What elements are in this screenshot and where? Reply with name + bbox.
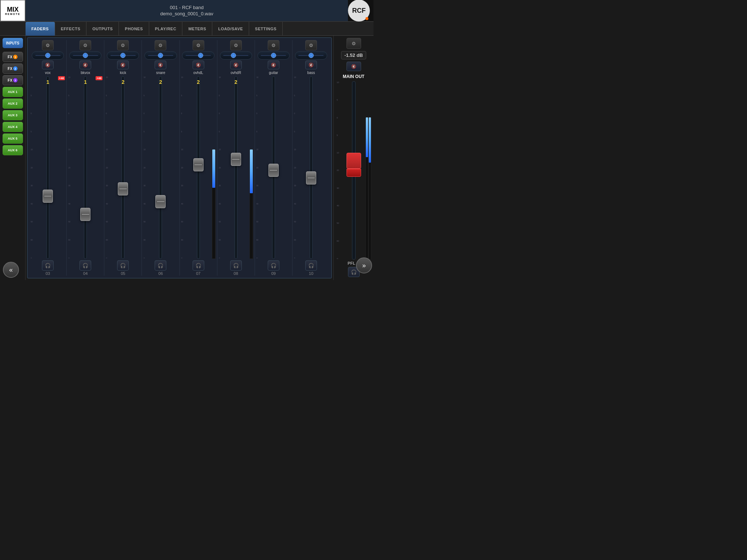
pan-slider-bass[interactable] bbox=[295, 51, 327, 59]
headphone-btn-kick[interactable]: 🎧 bbox=[117, 260, 129, 271]
pan-knob-guitar bbox=[271, 53, 276, 58]
pan-slider-vox[interactable] bbox=[32, 51, 64, 59]
channel-gear-bkvox[interactable]: ⚙ bbox=[80, 40, 91, 50]
mute-btn-vox[interactable]: 🔇 bbox=[42, 61, 54, 69]
channel-bottom-kick: 🎧 05 bbox=[117, 259, 129, 276]
sidebar-btn-fx1[interactable]: FX 1 bbox=[3, 52, 23, 62]
pan-slider-ovhdL[interactable] bbox=[182, 51, 214, 59]
mute-btn-bass[interactable]: 🔇 bbox=[305, 61, 317, 69]
mute-btn-snare[interactable]: 🔇 bbox=[155, 61, 166, 69]
channel-kick: ⚙ 🔇 kick 10 5 0 5 10 20 30 bbox=[104, 40, 142, 276]
channel-gear-ovhdR[interactable]: ⚙ bbox=[230, 40, 242, 50]
fader-track-bkvox bbox=[84, 76, 87, 259]
fader-area-ovhdL: 10 5 0 5 10 20 30 40 50 60 ∞ 2 bbox=[181, 76, 216, 259]
main-mute-btn[interactable]: 🔇 bbox=[347, 62, 361, 71]
channel-gear-ovhdL[interactable]: ⚙ bbox=[193, 40, 204, 50]
tab-outputs[interactable]: OUTPUTS bbox=[86, 22, 119, 36]
pan-slider-snare[interactable] bbox=[144, 51, 177, 59]
tab-phones[interactable]: PHONES bbox=[119, 22, 149, 36]
channel-gear-guitar[interactable]: ⚙ bbox=[268, 40, 279, 50]
fader-area-vox: 10 5 0 5 10 20 30 40 50 60 ∞ +48 1 bbox=[30, 76, 66, 259]
mute-btn-ovhdL[interactable]: 🔇 bbox=[193, 61, 204, 69]
fader-track-ovhdR bbox=[235, 76, 237, 259]
fader-handle-snare[interactable] bbox=[155, 195, 166, 208]
pan-slider-guitar[interactable] bbox=[258, 51, 290, 59]
tab-effects[interactable]: EFFECTS bbox=[55, 22, 87, 36]
tab-playrec[interactable]: PLAY/REC bbox=[149, 22, 183, 36]
pan-slider-kick[interactable] bbox=[107, 51, 139, 59]
vu-fill-ovhdR bbox=[250, 149, 253, 193]
channel-name-ovhdR: ovhdR bbox=[231, 71, 241, 75]
sidebar-btn-aux5[interactable]: AUX 5 bbox=[3, 133, 23, 144]
mute-btn-guitar[interactable]: 🔇 bbox=[268, 61, 279, 69]
main-vu-right bbox=[368, 117, 371, 260]
fader-handle-vox[interactable] bbox=[43, 190, 53, 203]
group-num-snare: 2 bbox=[159, 79, 162, 85]
mute-btn-bkvox[interactable]: 🔇 bbox=[80, 61, 91, 69]
fader-handle-ovhdR[interactable] bbox=[231, 153, 241, 166]
tab-meters[interactable]: METERS bbox=[182, 22, 212, 36]
channel-gear-bass[interactable]: ⚙ bbox=[305, 40, 317, 50]
headphone-btn-ovhdL[interactable]: 🎧 bbox=[193, 260, 204, 271]
mute-btn-ovhdR[interactable]: 🔇 bbox=[230, 61, 242, 69]
headphone-btn-vox[interactable]: 🎧 bbox=[42, 260, 54, 271]
channel-bass: ⚙ 🔇 bass 10 5 0 5 10 20 30 bbox=[293, 40, 330, 276]
fader-area-ovhdR: 10 5 0 5 10 20 30 40 50 60 ∞ 2 bbox=[218, 76, 254, 259]
headphone-btn-bkvox[interactable]: 🎧 bbox=[80, 260, 91, 271]
channel-gear-snare[interactable]: ⚙ bbox=[155, 40, 166, 50]
fader-scale-kick: 10 5 0 5 10 20 30 40 50 60 ∞ bbox=[106, 76, 110, 259]
fader-handle-kick[interactable] bbox=[118, 182, 128, 195]
channel-gear-vox[interactable]: ⚙ bbox=[42, 40, 54, 50]
main-out-gear-btn[interactable]: ⚙ bbox=[347, 38, 361, 49]
pan-track-snare bbox=[148, 55, 173, 56]
headphone-btn-bass[interactable]: 🎧 bbox=[305, 260, 317, 271]
arrow-right-btn[interactable]: » bbox=[356, 257, 372, 273]
fader-track-bass bbox=[310, 76, 313, 259]
headphone-btn-guitar[interactable]: 🎧 bbox=[268, 260, 279, 271]
channel-num-ovhdR: 08 bbox=[234, 271, 238, 276]
pfl-label: PFL bbox=[348, 261, 355, 265]
sidebar-btn-aux4[interactable]: AUX 4 bbox=[3, 122, 23, 132]
channel-name-kick: kick bbox=[120, 71, 126, 75]
fader-area-bass: 10 5 0 5 10 20 30 40 50 60 ∞ bbox=[293, 76, 329, 259]
headphone-btn-snare[interactable]: 🎧 bbox=[155, 260, 166, 271]
fader-handle-bkvox[interactable] bbox=[80, 208, 90, 221]
arrow-left-btn[interactable]: « bbox=[3, 262, 19, 278]
headphone-btn-ovhdR[interactable]: 🎧 bbox=[230, 260, 242, 271]
pan-track-ovhdR bbox=[223, 55, 248, 56]
logo-remote: REMOTE bbox=[5, 13, 20, 15]
tab-settings[interactable]: SETTINGS bbox=[249, 22, 283, 36]
sidebar-btn-fx2[interactable]: FX 2 bbox=[3, 63, 23, 74]
logo-mix: MIX bbox=[7, 6, 19, 13]
sidebar-btn-aux1[interactable]: AUX 1 bbox=[3, 87, 23, 97]
channel-name-guitar: guitar bbox=[269, 71, 278, 75]
pan-knob-ovhdR bbox=[231, 53, 236, 58]
fader-area-kick: 10 5 0 5 10 20 30 40 50 60 ∞ 2 bbox=[105, 76, 141, 259]
mute-btn-kick[interactable]: 🔇 bbox=[117, 61, 129, 69]
sidebar-btn-aux3[interactable]: AUX 3 bbox=[3, 110, 23, 120]
pan-slider-ovhdR[interactable] bbox=[220, 51, 252, 59]
channel-num-ovhdL: 07 bbox=[196, 271, 200, 276]
channel-name-bkvox: bkvox bbox=[81, 71, 90, 75]
fader-handle-ovhdL[interactable] bbox=[193, 158, 204, 171]
channel-bottom-bkvox: 🎧 04 bbox=[80, 259, 91, 276]
tab-faders[interactable]: FADERS bbox=[26, 22, 55, 36]
fader-handle-guitar[interactable] bbox=[268, 164, 279, 177]
clip-indicator-vox: +48 bbox=[58, 76, 65, 80]
right-panel: ⚙ -1.52 dB 🔇 MAIN OUT 10 5 0 5 10 20 30 … bbox=[333, 36, 374, 280]
sidebar-btn-fx3[interactable]: FX 3 bbox=[3, 75, 23, 85]
main-fader-handle[interactable] bbox=[347, 153, 361, 169]
fader-handle-bass[interactable] bbox=[306, 171, 316, 184]
sidebar-btn-inputs[interactable]: INPUTS bbox=[3, 38, 23, 48]
channel-num-bkvox: 04 bbox=[83, 271, 88, 276]
pan-slider-bkvox[interactable] bbox=[69, 51, 101, 59]
sidebar-btn-aux2[interactable]: AUX 2 bbox=[3, 98, 23, 109]
tab-loadsave[interactable]: LOAD/SAVE bbox=[212, 22, 249, 36]
sidebar-btn-aux6[interactable]: AUX 6 bbox=[3, 145, 23, 155]
channel-gear-kick[interactable]: ⚙ bbox=[117, 40, 129, 50]
main-fader-scale: 10 5 0 5 10 20 30 40 50 60 ∞ bbox=[337, 81, 342, 260]
group-num-ovhdL: 2 bbox=[197, 79, 200, 85]
fader-area-guitar: 10 5 0 5 10 20 30 40 50 60 ∞ bbox=[256, 76, 291, 259]
mixer-area: ⚙ 🔇 vox 10 5 0 5 10 20 30 bbox=[27, 37, 332, 279]
fader-track-kick bbox=[121, 76, 124, 259]
